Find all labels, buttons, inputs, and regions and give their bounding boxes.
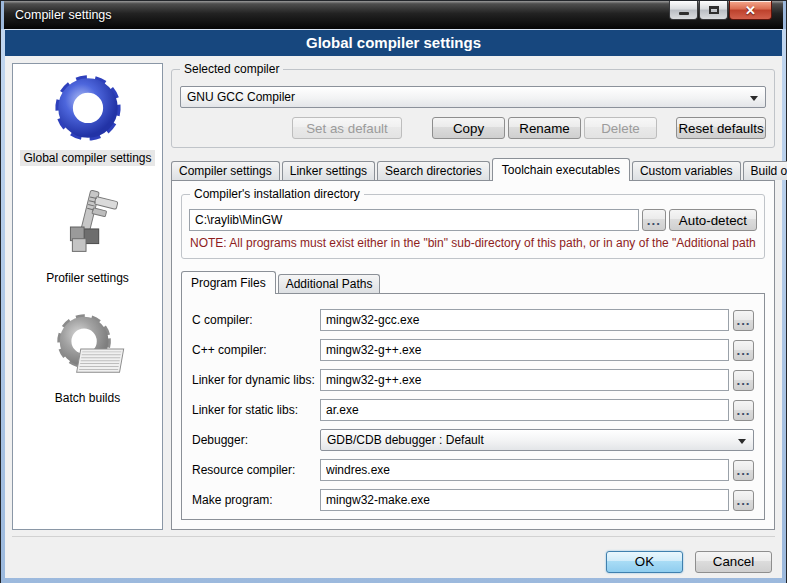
- linker-for-dynamic-libs-input[interactable]: [320, 369, 729, 391]
- table-row: Debugger:GDB/CDB debugger : Default: [192, 429, 754, 451]
- copy-button[interactable]: Copy: [432, 117, 505, 139]
- table-row: Linker for dynamic libs:...: [192, 369, 754, 391]
- compiler-select-value: GNU GCC Compiler: [187, 90, 295, 104]
- field-label: Make program:: [192, 493, 320, 507]
- tab-custom-variables[interactable]: Custom variables: [632, 161, 741, 180]
- settings-category-list: Global compiler settingsProfiler setting…: [12, 63, 163, 530]
- close-icon: ✕: [745, 3, 756, 18]
- c-compiler-input[interactable]: [320, 309, 729, 331]
- table-row: C compiler:...: [192, 309, 754, 331]
- tab-build-options[interactable]: Build options: [743, 161, 787, 180]
- table-row: C++ compiler:...: [192, 339, 754, 361]
- dialog-footer: OK Cancel: [12, 536, 775, 578]
- linker-for-static-libs-browse-button[interactable]: ...: [733, 400, 754, 421]
- field-label: Debugger:: [192, 433, 320, 447]
- selected-compiler-group-title: Selected compiler: [180, 62, 283, 76]
- sidebar-item-label: Batch builds: [52, 390, 123, 406]
- minimize-icon: [679, 12, 689, 15]
- installation-directory-input[interactable]: [189, 209, 639, 231]
- window-frame: Global compiler settings Global compiler…: [1, 29, 786, 583]
- caliper-icon: [48, 188, 126, 266]
- gray-gear-papers-icon: [49, 308, 127, 386]
- linker-for-dynamic-libs-browse-button[interactable]: ...: [733, 370, 754, 391]
- program-files-panel: C compiler:...C++ compiler:...Linker for…: [181, 293, 765, 520]
- browse-directory-button[interactable]: ...: [642, 209, 666, 231]
- field-label: Linker for dynamic libs:: [192, 373, 320, 387]
- chevron-down-icon: [738, 439, 746, 444]
- tab-toolchain-executables[interactable]: Toolchain executables: [492, 158, 630, 181]
- field-label: C++ compiler:: [192, 343, 320, 357]
- reset-defaults-button[interactable]: Reset defaults: [676, 117, 766, 139]
- sidebar-item-profiler-settings[interactable]: Profiler settings: [43, 188, 132, 286]
- field-label: Resource compiler:: [192, 463, 320, 477]
- toolchain-executables-panel: Compiler's installation directory ... Au…: [171, 180, 775, 530]
- compiler-select[interactable]: GNU GCC Compiler: [180, 86, 766, 108]
- tab-compiler-settings[interactable]: Compiler settings: [171, 161, 280, 180]
- program-subtabs: Program FilesAdditional Paths: [181, 271, 765, 293]
- field-label: C compiler:: [192, 313, 320, 327]
- minimize-button[interactable]: [669, 1, 698, 20]
- maximize-icon: [709, 6, 719, 14]
- rename-button[interactable]: Rename: [508, 117, 581, 139]
- sidebar-item-label: Global compiler settings: [20, 150, 154, 166]
- installation-note: NOTE: All programs must exist either in …: [190, 236, 756, 250]
- make-program-input[interactable]: [320, 489, 729, 511]
- debugger-select-value: GDB/CDB debugger : Default: [327, 433, 484, 447]
- c-compiler-browse-button[interactable]: ...: [733, 310, 754, 331]
- settings-tabs: Compiler settingsLinker settingsSearch d…: [171, 158, 775, 180]
- set-as-default-button: Set as default: [292, 117, 402, 139]
- compiler-settings-dialog: Compiler settings ✕ Global compiler sett…: [0, 0, 787, 583]
- table-row: Resource compiler:...: [192, 459, 754, 481]
- subtab-program-files[interactable]: Program Files: [181, 271, 276, 294]
- ok-button[interactable]: OK: [606, 551, 683, 573]
- make-program-browse-button[interactable]: ...: [733, 490, 754, 511]
- sidebar-item-label: Profiler settings: [43, 270, 132, 286]
- blue-gear-icon: [49, 68, 127, 146]
- window-title: Compiler settings: [15, 8, 112, 22]
- selected-compiler-group: Selected compiler GNU GCC Compiler Set a…: [171, 69, 775, 148]
- maximize-button[interactable]: [699, 1, 728, 20]
- table-row: Linker for static libs:...: [192, 399, 754, 421]
- dialog-content: Global compiler settingsProfiler setting…: [5, 56, 782, 578]
- sidebar-item-global-compiler-settings[interactable]: Global compiler settings: [20, 68, 154, 166]
- chevron-down-icon: [750, 96, 758, 101]
- debugger-select[interactable]: GDB/CDB debugger : Default: [320, 429, 754, 451]
- tab-search-directories[interactable]: Search directories: [377, 161, 490, 180]
- resource-compiler-browse-button[interactable]: ...: [733, 460, 754, 481]
- c-compiler-browse-button[interactable]: ...: [733, 340, 754, 361]
- tab-linker-settings[interactable]: Linker settings: [282, 161, 375, 180]
- close-button[interactable]: ✕: [729, 1, 772, 20]
- linker-for-static-libs-input[interactable]: [320, 399, 729, 421]
- titlebar[interactable]: Compiler settings ✕: [1, 1, 786, 29]
- delete-button: Delete: [584, 117, 657, 139]
- cancel-button[interactable]: Cancel: [695, 551, 772, 573]
- installation-directory-group: Compiler's installation directory ... Au…: [181, 194, 765, 259]
- main-panel: Selected compiler GNU GCC Compiler Set a…: [171, 63, 775, 530]
- field-label: Linker for static libs:: [192, 403, 320, 417]
- auto-detect-button[interactable]: Auto-detect: [669, 209, 757, 231]
- page-title: Global compiler settings: [5, 29, 782, 56]
- c-compiler-input[interactable]: [320, 339, 729, 361]
- table-row: Make program:...: [192, 489, 754, 511]
- installation-directory-group-title: Compiler's installation directory: [190, 187, 364, 201]
- window-controls: ✕: [668, 1, 772, 20]
- compiler-buttons-row: Set as defaultCopyRenameDeleteReset defa…: [180, 117, 766, 139]
- resource-compiler-input[interactable]: [320, 459, 729, 481]
- subtab-additional-paths[interactable]: Additional Paths: [278, 274, 381, 293]
- sidebar-item-batch-builds[interactable]: Batch builds: [49, 308, 127, 406]
